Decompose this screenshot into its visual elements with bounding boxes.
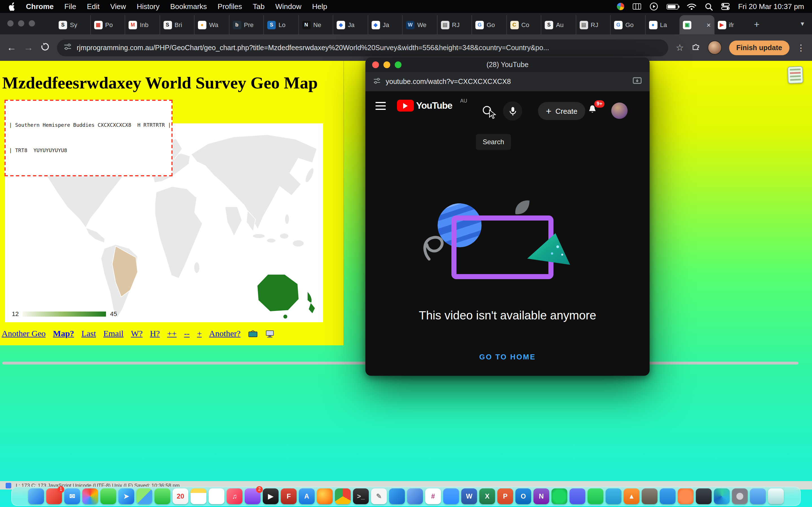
page-link[interactable]: ++ (167, 329, 177, 339)
extensions-puzzle-icon[interactable] (691, 42, 700, 53)
dock-item-docker[interactable] (660, 489, 675, 504)
dock-item-mail[interactable]: ✉ (64, 489, 80, 504)
wifi-icon[interactable] (687, 3, 696, 10)
dock-item-edge[interactable] (714, 489, 730, 504)
browser-tab[interactable]: S Bri (159, 15, 194, 34)
dock-item-spotify[interactable] (552, 489, 567, 504)
dock-item-settings[interactable] (732, 489, 748, 504)
dock-item-terminal[interactable]: >_ (353, 489, 369, 504)
browser-tab[interactable]: N Ne (298, 15, 333, 34)
dock-item-appstore[interactable]: A (299, 489, 315, 504)
voice-search-icon[interactable] (503, 101, 522, 121)
dock-item-onenote[interactable]: N (534, 489, 549, 504)
dock-item-downloads[interactable] (750, 489, 766, 504)
control-center-icon[interactable] (721, 3, 730, 10)
create-button[interactable]: + Create (538, 102, 585, 120)
dock-item-outlook[interactable]: O (515, 489, 531, 504)
dock-item-word[interactable]: W (461, 489, 477, 504)
browser-update-icon[interactable] (617, 3, 624, 10)
dock-item-zoom[interactable] (443, 489, 459, 504)
dock-item-podcasts[interactable]: 2 (245, 489, 260, 504)
omnibox[interactable]: rjmprogramming.com.au/PHP/GeoChart/geo_c… (57, 39, 668, 56)
dock-item-safari[interactable]: ➤ (118, 489, 134, 504)
browser-tab[interactable]: ◆ Ja (367, 15, 402, 34)
dock-item-firefox[interactable] (317, 489, 333, 504)
page-link[interactable]: Another Geo (2, 329, 46, 339)
dock-item-trash[interactable] (768, 489, 784, 504)
dock-item-github[interactable] (696, 489, 712, 504)
browser-tab[interactable]: G Go (471, 15, 506, 34)
tv-icon[interactable] (248, 330, 257, 338)
dock-item-tv[interactable]: ▶ (263, 489, 278, 504)
menu-item[interactable]: Edit (87, 2, 100, 11)
profile-avatar[interactable] (708, 41, 722, 55)
page-link[interactable]: + (197, 329, 202, 339)
spotlight-icon[interactable] (705, 3, 713, 10)
browser-tab[interactable]: G Go (610, 15, 645, 34)
dock-item-slack[interactable]: # (425, 489, 441, 504)
dock-item-app-red[interactable]: 1 (46, 489, 62, 504)
page-link[interactable]: Another? (209, 329, 241, 339)
page-link[interactable]: Map? (53, 329, 74, 339)
dock-item-telegram[interactable] (606, 489, 621, 504)
browser-tab[interactable]: ◆ Ja (333, 15, 367, 34)
dock-item-xcode[interactable] (407, 489, 423, 504)
dock-item-finder[interactable] (28, 489, 44, 504)
dock-item-photos[interactable] (82, 489, 98, 504)
menu-item[interactable]: Tab (253, 2, 265, 11)
menu-item[interactable]: Profiles (218, 2, 242, 11)
reload-button[interactable] (41, 42, 50, 53)
site-settings-icon[interactable] (373, 76, 380, 87)
tab-search-chevron-icon[interactable]: ▾ (801, 20, 804, 27)
browser-tab[interactable]: ▦ Po (90, 15, 124, 34)
dock-item-maps[interactable] (137, 489, 152, 504)
battery-icon[interactable] (666, 4, 678, 9)
tab-close-icon[interactable]: × (707, 20, 711, 29)
browser-tab[interactable]: S Sy (55, 15, 90, 34)
dock-item-notes[interactable] (191, 489, 206, 504)
browser-tab[interactable]: b Pre (229, 15, 263, 34)
dock-item-discord[interactable] (569, 489, 585, 504)
open-in-window-icon[interactable] (633, 76, 642, 87)
page-link[interactable]: -- (184, 329, 190, 339)
browser-tab[interactable]: ● La (645, 15, 679, 34)
youtube-urlbar[interactable]: youtube.com/watch?v=CXCXCXCXCX8 (365, 72, 650, 91)
dock-item-messages[interactable] (100, 489, 116, 504)
menu-item[interactable]: Chrome (26, 2, 54, 11)
menu-item[interactable]: View (110, 2, 126, 11)
dock-item-whatsapp[interactable] (588, 489, 603, 504)
page-link[interactable]: H? (150, 329, 160, 339)
browser-tab[interactable]: S Au (541, 15, 575, 34)
dock-item-gimp[interactable] (642, 489, 658, 504)
browser-tab[interactable]: M Inb (124, 15, 159, 34)
new-tab-button[interactable]: + (749, 15, 765, 34)
dock-item-music[interactable]: ♫ (227, 489, 243, 504)
youtube-logo[interactable]: YouTube (397, 100, 452, 112)
dock-item-chrome[interactable] (335, 489, 351, 504)
browser-tab[interactable]: ▤ RJ (437, 15, 471, 34)
computer-icon[interactable] (265, 330, 274, 338)
browser-tab[interactable]: ▶ ifr (714, 15, 749, 34)
dock-item-textedit[interactable]: ✎ (371, 489, 387, 504)
menubar-clock[interactable]: Fri 20 Mar 10:37 pm (738, 2, 804, 11)
browser-tab[interactable]: C Co (506, 15, 541, 34)
page-link[interactable]: W? (131, 329, 143, 339)
dock-item-reminders[interactable] (209, 489, 224, 504)
go-to-home-button[interactable]: GO TO HOME (365, 347, 650, 367)
menu-item[interactable]: History (137, 2, 160, 11)
display-grid-icon[interactable] (633, 3, 641, 10)
menu-item[interactable]: Window (275, 2, 302, 11)
youtube-titlebar[interactable]: (28) YouTube (365, 57, 650, 72)
forward-button[interactable]: → (24, 43, 33, 52)
menu-item[interactable]: Bookmarks (170, 2, 207, 11)
page-link[interactable]: Last (82, 329, 96, 339)
browser-tab[interactable]: S Lo (263, 15, 298, 34)
youtube-window-controls[interactable] (372, 61, 402, 68)
browser-tab[interactable]: W We (402, 15, 437, 34)
browser-tab[interactable]: ▣ × (679, 15, 714, 34)
bookmark-star-icon[interactable]: ☆ (676, 42, 684, 53)
dock-item-filezilla[interactable]: F (281, 489, 297, 504)
menu-item[interactable]: File (64, 2, 76, 11)
browser-tab[interactable]: ▤ RJ (575, 15, 610, 34)
apple-menu-icon[interactable] (8, 2, 17, 11)
